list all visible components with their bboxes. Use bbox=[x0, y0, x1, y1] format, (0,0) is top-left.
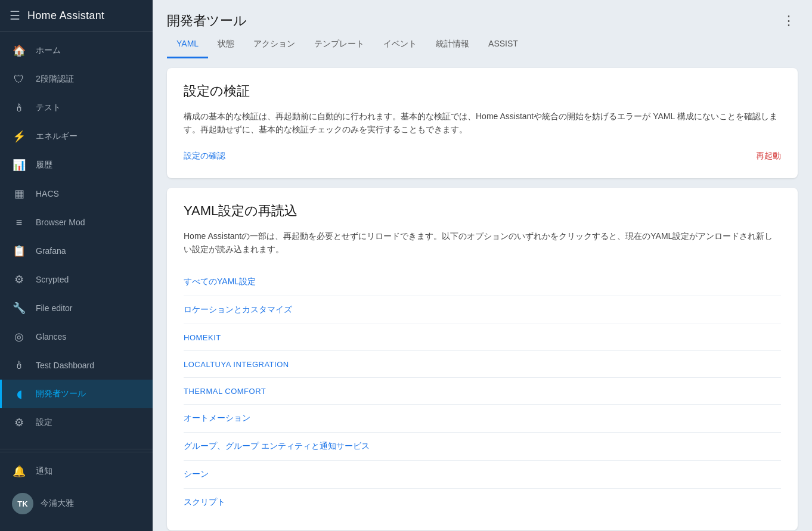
sidebar-item-label-test: テスト bbox=[36, 103, 61, 113]
yaml-reload-title: YAML設定の再読込 bbox=[184, 202, 781, 220]
sidebar-item-glances[interactable]: ◎ Glances bbox=[0, 322, 153, 351]
sidebar-item-hacs[interactable]: ▦ HACS bbox=[0, 179, 153, 208]
devtools-icon: ◖ bbox=[12, 387, 26, 401]
history-icon: 📊 bbox=[12, 158, 26, 172]
tab-assist[interactable]: ASSIST bbox=[479, 32, 528, 58]
sidebar-item-grafana[interactable]: 📋 Grafana bbox=[0, 237, 153, 265]
sidebar-item-scrypted[interactable]: ⚙ Scrypted bbox=[0, 265, 153, 294]
tab-state[interactable]: 状態 bbox=[208, 32, 244, 58]
sidebar-item-label-2fa: 2段階認証 bbox=[36, 74, 74, 85]
app-title: Home Assistant bbox=[27, 10, 104, 22]
sidebar-item-label-history: 履歴 bbox=[36, 160, 52, 170]
file-editor-icon: 🔧 bbox=[12, 301, 26, 315]
glances-icon: ◎ bbox=[12, 330, 26, 344]
reload-link-scene[interactable]: シーン bbox=[184, 469, 209, 479]
reload-item-thermal-comfort: THERMAL COMFORT bbox=[184, 378, 781, 405]
user-section[interactable]: TK 今浦大雅 bbox=[0, 486, 153, 521]
reload-item-automation: オートメーション bbox=[184, 405, 781, 433]
restart-button[interactable]: 再起動 bbox=[756, 148, 781, 164]
reload-list: すべてのYAML設定ロケーションとカスタマイズHOMEKITLOCALTUYA … bbox=[184, 268, 781, 516]
main-content: 開発者ツール ⋮ YAML状態アクションテンプレートイベント統計情報ASSIST… bbox=[153, 0, 812, 531]
reload-link-script[interactable]: スクリプト bbox=[184, 497, 225, 507]
sidebar-item-label-home: ホーム bbox=[36, 45, 61, 56]
sidebar-item-notifications[interactable]: 🔔 通知 bbox=[0, 457, 153, 486]
reload-item-groups: グループ、グループ エンティティと通知サービス bbox=[184, 433, 781, 461]
tabs-bar: YAML状態アクションテンプレートイベント統計情報ASSIST bbox=[153, 32, 812, 58]
content-area: 設定の検証 構成の基本的な検証は、再起動前に自動的に行われます。基本的な検証では… bbox=[153, 58, 812, 531]
test-dashboard-icon: 🕯 bbox=[12, 358, 26, 372]
sidebar-item-history[interactable]: 📊 履歴 bbox=[0, 151, 153, 179]
test-icon: 🕯 bbox=[12, 101, 26, 115]
sidebar-nav: 🏠 ホーム 🛡 2段階認証 🕯 テスト ⚡ エネルギー 📊 履歴 ▦ HACS … bbox=[0, 32, 153, 446]
sidebar-item-browser-mod[interactable]: ≡ Browser Mod bbox=[0, 208, 153, 237]
tab-template[interactable]: テンプレート bbox=[305, 32, 374, 58]
reload-link-location-customize[interactable]: ロケーションとカスタマイズ bbox=[184, 305, 292, 314]
sidebar-header: ☰ Home Assistant bbox=[0, 0, 153, 32]
user-name: 今浦大雅 bbox=[41, 498, 74, 509]
reload-item-all-yaml: すべてのYAML設定 bbox=[184, 268, 781, 296]
home-icon: 🏠 bbox=[12, 44, 26, 58]
topbar: 開発者ツール ⋮ bbox=[153, 0, 812, 32]
browser-mod-icon: ≡ bbox=[12, 215, 26, 229]
config-validation-card: 設定の検証 構成の基本的な検証は、再起動前に自動的に行われます。基本的な検証では… bbox=[167, 68, 798, 178]
reload-item-script: スクリプト bbox=[184, 489, 781, 516]
sidebar-item-file-editor[interactable]: 🔧 File editor bbox=[0, 294, 153, 322]
energy-icon: ⚡ bbox=[12, 129, 26, 144]
grafana-icon: 📋 bbox=[12, 244, 26, 258]
tab-action[interactable]: アクション bbox=[244, 32, 305, 58]
reload-link-automation[interactable]: オートメーション bbox=[184, 413, 250, 423]
sidebar-bottom: 🔔 通知 TK 今浦大雅 bbox=[0, 452, 153, 531]
tab-event[interactable]: イベント bbox=[374, 32, 426, 58]
2fa-icon: 🛡 bbox=[12, 72, 26, 86]
config-validation-actions: 設定の確認 再起動 bbox=[184, 148, 781, 164]
reload-link-all-yaml[interactable]: すべてのYAML設定 bbox=[184, 277, 256, 286]
sidebar-item-label-devtools: 開発者ツール bbox=[36, 389, 86, 399]
reload-link-groups[interactable]: グループ、グループ エンティティと通知サービス bbox=[184, 441, 370, 451]
more-icon[interactable]: ⋮ bbox=[780, 11, 798, 31]
scrypted-icon: ⚙ bbox=[12, 272, 26, 287]
hamburger-icon[interactable]: ☰ bbox=[10, 8, 20, 23]
yaml-reload-description: Home Assistantの一部は、再起動を必要とせずにリロードできます。以下… bbox=[184, 229, 781, 256]
reload-item-localtuya: LOCALTUYA INTEGRATION bbox=[184, 351, 781, 378]
tab-stats[interactable]: 統計情報 bbox=[426, 32, 479, 58]
reload-link-localtuya[interactable]: LOCALTUYA INTEGRATION bbox=[184, 360, 289, 369]
yaml-reload-card: YAML設定の再読込 Home Assistantの一部は、再起動を必要とせずに… bbox=[167, 188, 798, 530]
sidebar-item-test-dashboard[interactable]: 🕯 Test Dashboard bbox=[0, 351, 153, 380]
settings-icon: ⚙ bbox=[12, 415, 26, 430]
sidebar-item-2fa[interactable]: 🛡 2段階認証 bbox=[0, 65, 153, 94]
reload-item-location-customize: ロケーションとカスタマイズ bbox=[184, 296, 781, 324]
config-validation-title: 設定の検証 bbox=[184, 82, 781, 100]
sidebar-item-label-test-dashboard: Test Dashboard bbox=[36, 361, 94, 370]
sidebar-item-label-file-editor: File editor bbox=[36, 303, 72, 313]
sidebar-item-home[interactable]: 🏠 ホーム bbox=[0, 36, 153, 65]
sidebar: ☰ Home Assistant 🏠 ホーム 🛡 2段階認証 🕯 テスト ⚡ エ… bbox=[0, 0, 153, 531]
sidebar-item-energy[interactable]: ⚡ エネルギー bbox=[0, 122, 153, 151]
config-validation-description: 構成の基本的な検証は、再起動前に自動的に行われます。基本的な検証では、Home … bbox=[184, 110, 781, 136]
reload-item-scene: シーン bbox=[184, 461, 781, 489]
sidebar-item-label-settings: 設定 bbox=[36, 417, 52, 428]
sidebar-item-label-scrypted: Scrypted bbox=[36, 275, 69, 284]
tab-yaml[interactable]: YAML bbox=[167, 32, 208, 58]
sidebar-item-devtools[interactable]: ◖ 開発者ツール bbox=[0, 380, 153, 408]
sidebar-item-label-energy: エネルギー bbox=[36, 131, 78, 142]
sidebar-divider bbox=[0, 449, 153, 449]
sidebar-item-label-browser-mod: Browser Mod bbox=[36, 218, 85, 227]
check-config-button[interactable]: 設定の確認 bbox=[184, 148, 225, 164]
sidebar-item-label-grafana: Grafana bbox=[36, 246, 66, 256]
reload-link-homekit[interactable]: HOMEKIT bbox=[184, 333, 221, 342]
sidebar-item-settings[interactable]: ⚙ 設定 bbox=[0, 408, 153, 437]
sidebar-item-label-glances: Glances bbox=[36, 332, 66, 341]
avatar: TK bbox=[12, 493, 33, 514]
reload-link-thermal-comfort[interactable]: THERMAL COMFORT bbox=[184, 387, 266, 396]
reload-item-homekit: HOMEKIT bbox=[184, 324, 781, 351]
hacs-icon: ▦ bbox=[12, 187, 26, 201]
sidebar-item-label-hacs: HACS bbox=[36, 189, 59, 198]
notifications-label: 通知 bbox=[36, 466, 52, 477]
page-title: 開発者ツール bbox=[167, 12, 247, 30]
notification-icon: 🔔 bbox=[12, 464, 26, 479]
sidebar-item-test[interactable]: 🕯 テスト bbox=[0, 94, 153, 122]
